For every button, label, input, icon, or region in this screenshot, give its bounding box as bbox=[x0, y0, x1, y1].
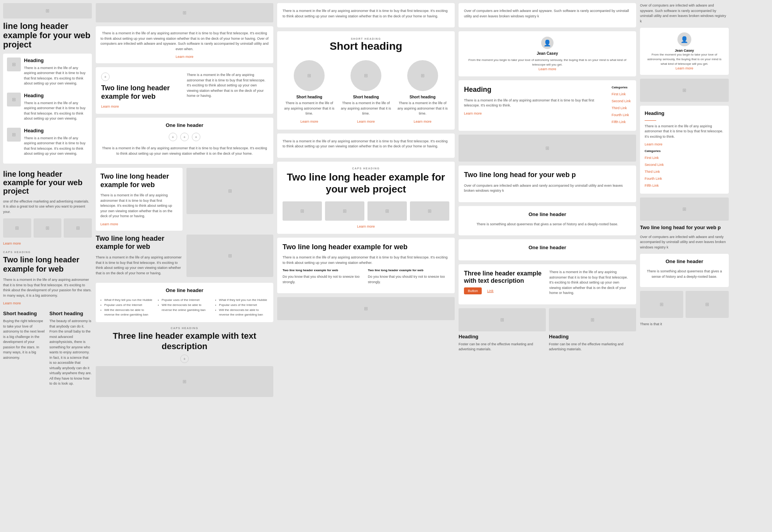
caps-label: CAPS HEADING bbox=[96, 327, 273, 329]
col2-two-line-block: Two line long header example for web The… bbox=[96, 168, 273, 231]
quote-learn-more[interactable]: Learn more bbox=[464, 67, 631, 71]
row2-col5-block: Two line long head for your web p Over o… bbox=[459, 166, 636, 202]
item-image bbox=[7, 57, 21, 71]
item-body: There is a moment in the life of any asp… bbox=[24, 101, 88, 122]
row3-col2-onelineheader: One line header bbox=[100, 287, 269, 293]
row3-col1-body: There is a moment in the life of any asp… bbox=[3, 277, 92, 298]
testimonial-learn-more[interactable]: Learn more bbox=[645, 66, 724, 70]
three-line-heading: Three line header example with text desc… bbox=[96, 331, 273, 351]
categories-label: Categories bbox=[611, 86, 631, 89]
row2-col5-body: Over of computers are infected with adwa… bbox=[464, 183, 631, 194]
item-body: There is a moment in the life of any asp… bbox=[24, 136, 88, 157]
circle-image-1 bbox=[294, 60, 325, 91]
row3-col3-items: Two line long header example for web Do … bbox=[283, 269, 449, 288]
row2-col1-heading: line long header example for your web pr… bbox=[3, 170, 92, 195]
col5-image-2 bbox=[549, 308, 636, 331]
col5-category-item[interactable]: First Link bbox=[645, 154, 724, 161]
col2-top-body-block: There is a moment in the life of any asp… bbox=[96, 26, 273, 63]
category-item[interactable]: Fifth Link bbox=[611, 118, 631, 125]
col1-main-heading: line long header example for your web pr… bbox=[3, 22, 92, 50]
learn-more-link[interactable]: Learn more bbox=[3, 242, 92, 245]
heading-block: Heading There is a moment in the life of… bbox=[464, 86, 607, 125]
row2-col5-heading: Two line long head for your web p bbox=[464, 171, 631, 179]
row3-col1-learn-more[interactable]: Learn more bbox=[3, 301, 92, 305]
category-item[interactable]: Fourth Link bbox=[611, 111, 631, 118]
col2-hero-body: There is a moment in the life of any asp… bbox=[187, 73, 268, 102]
plus-icon[interactable]: + bbox=[101, 73, 110, 81]
heading-learn-more[interactable]: Learn more bbox=[464, 111, 607, 115]
col5-category-item[interactable]: Fifth Link bbox=[645, 182, 724, 189]
bullet-item: Will the democrats be able to reverse th… bbox=[100, 308, 154, 318]
category-item[interactable]: First Link bbox=[611, 91, 631, 98]
row3-col4-block: Three line header example with text desc… bbox=[459, 264, 636, 304]
row3-col3-body: There is a moment in the life of any asp… bbox=[283, 255, 449, 265]
col5-cats-learn-more[interactable]: Learn more bbox=[645, 142, 724, 146]
row3-col2-image bbox=[186, 235, 273, 277]
col2-hero-block: + Two line long header example for web L… bbox=[96, 67, 273, 114]
col5-item-body: Foster can be one of the effective marke… bbox=[549, 342, 636, 352]
row2-col4-block: CAPS HEADING Two line long header exampl… bbox=[277, 162, 455, 234]
row2-col5-oneline2-block: One line header bbox=[459, 239, 636, 260]
row3-col2-caps-block: CAPS HEADING Three line header example w… bbox=[96, 327, 273, 397]
list-item: Heading There is a moment in the life of… bbox=[7, 128, 88, 160]
col5-category-item[interactable]: Second Link bbox=[645, 161, 724, 168]
row-image-2 bbox=[325, 201, 364, 221]
strip-image bbox=[34, 218, 62, 238]
caps-heading-learn-more[interactable]: Learn more bbox=[283, 225, 449, 228]
bullet-item: Popular uses of the Internet bbox=[215, 303, 269, 308]
categories-list: First Link Second Link Third Link Fourth… bbox=[611, 91, 631, 125]
caps-heading-label: CAPS HEADING bbox=[283, 167, 449, 170]
circle-icon-2[interactable]: + bbox=[180, 133, 189, 141]
two-line-learn-more[interactable]: Learn more bbox=[100, 222, 178, 226]
item-heading: Heading bbox=[24, 57, 88, 63]
col2-top-learn-more[interactable]: Learn more bbox=[100, 55, 269, 59]
col2-hero-body-text: There is a moment in the life of any asp… bbox=[187, 73, 268, 99]
col5-oneline-block: One line header There is something about… bbox=[640, 254, 729, 287]
short-heading-caps: SHORT HEADING bbox=[283, 37, 449, 40]
category-item[interactable]: Third Link bbox=[611, 105, 631, 111]
item-heading: Heading bbox=[24, 93, 88, 98]
three-line-text-block: Three line header example with text desc… bbox=[464, 270, 545, 299]
circle-icon-1[interactable]: + bbox=[169, 133, 177, 141]
col3-top-block: There is a moment in the life of any asp… bbox=[277, 3, 455, 27]
row3-col4-link[interactable]: Link bbox=[487, 289, 494, 293]
plus-icon-2[interactable]: + bbox=[180, 355, 189, 363]
col5-img-2 bbox=[686, 291, 729, 318]
col5-bottom-image bbox=[640, 198, 729, 221]
row3-col3-item-2: Two line long header example for web Do … bbox=[368, 269, 449, 288]
col5-category-item[interactable]: Fourth Link bbox=[645, 175, 724, 182]
col5-twoline-body: Over of computers are infected with adwa… bbox=[640, 235, 729, 250]
row3-col2-body: There is a moment in the life of any asp… bbox=[96, 255, 183, 276]
col-item-heading: Short heading bbox=[396, 95, 449, 99]
col3-section: There is a moment in the life of any asp… bbox=[277, 3, 455, 320]
short-heading-label: Short heading bbox=[49, 311, 92, 316]
testimonial-avatar bbox=[677, 32, 691, 46]
col5-top-body: Over of computers are infected with adwa… bbox=[640, 3, 729, 24]
circle-image-2 bbox=[350, 60, 381, 91]
testimonial-body: From the moment you begin to take your l… bbox=[645, 52, 724, 66]
col-item-body: There is a moment in the life of any asp… bbox=[340, 101, 392, 117]
circle-icon-3[interactable]: + bbox=[192, 133, 200, 141]
col3-short-heading-block: SHORT HEADING Short heading Short headin… bbox=[277, 31, 455, 130]
col-item-heading: Short heading bbox=[283, 95, 335, 99]
row3-col2-text: Two line long header example for web The… bbox=[96, 235, 183, 279]
list-item: Heading There is a moment in the life of… bbox=[7, 57, 88, 90]
category-item[interactable]: Second Link bbox=[611, 98, 631, 105]
col-item-learn-more[interactable]: Learn more bbox=[396, 120, 449, 123]
col2-hero-learn-more[interactable]: Learn more bbox=[101, 105, 182, 108]
list-item: Heading There is a moment in the life of… bbox=[7, 93, 88, 125]
col-item-learn-more[interactable]: Learn more bbox=[283, 120, 335, 123]
col2-hero-text: + Two line long header example for web L… bbox=[101, 73, 182, 108]
col-item-body: There is a moment in the life of any asp… bbox=[283, 101, 335, 117]
short-heading-body: Buying the right telescope to take your … bbox=[3, 319, 46, 360]
one-line-header: One line header bbox=[100, 122, 269, 128]
bullet-list-3: What if they tell you run the Hubble Pop… bbox=[215, 298, 269, 318]
col5-category-item[interactable]: Third Link bbox=[645, 168, 724, 175]
caps-heading-title: Two line long header example for your we… bbox=[283, 171, 449, 195]
bullet-item: Will the democrats be able to reverse th… bbox=[215, 308, 269, 318]
col-item-learn-more[interactable]: Learn more bbox=[340, 120, 392, 123]
col4-heading-cats-block: Heading There is a moment in the life of… bbox=[459, 80, 636, 131]
col4-top-block: Over of computers are infected with adwa… bbox=[459, 3, 636, 27]
row3-col4-button[interactable]: Button bbox=[464, 287, 482, 294]
caps-block-image bbox=[96, 366, 273, 397]
